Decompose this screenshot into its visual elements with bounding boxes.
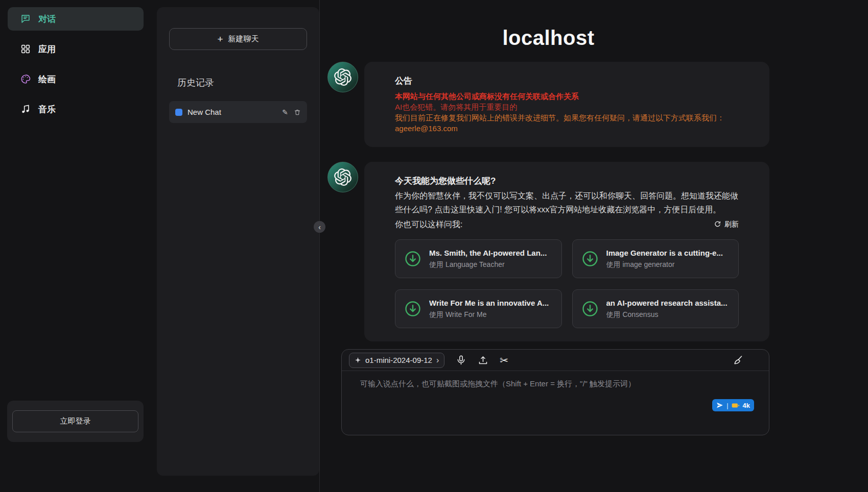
new-chat-label: 新建聊天 [228,34,259,44]
download-circle-icon [581,250,599,268]
welcome-title: 今天我能为您做些什么呢? [395,175,739,187]
music-note-icon [20,104,31,115]
download-circle-icon [581,300,599,318]
message-row: 今天我能为您做些什么呢? 作为你的智慧伙伴，我不仅可以写文案、出点子，还可以和你… [327,162,769,341]
clear-context-button[interactable] [733,355,743,365]
composer: o1-mini-2024-09-12 › ✂ | 4k [341,349,769,435]
prompt-hint: 你也可以这样问我: [395,217,462,231]
apps-grid-icon [20,43,31,55]
history-title: 历史记录 [169,77,307,89]
announcement-card: 公告 本网站与任何其他公司或商标没有任何关联或合作关系 AI也会犯错。请勿将其用… [364,62,769,147]
hint-row: 你也可以这样问我: 刷新 [395,217,739,231]
suggestion-subtitle: 使用 image generator [606,260,723,269]
suggestion-card[interactable]: Image Generator is a cutting-e... 使用 ima… [572,239,739,278]
suggestion-card[interactable]: an AI-powered research assista... 使用 Con… [572,289,739,328]
announcement-title: 公告 [395,75,739,87]
assistant-avatar [327,162,358,192]
sidebar-item-label: 绘画 [38,73,56,85]
welcome-body: 作为你的智慧伙伴，我不仅可以写文案、出点子，还可以和你聊天、回答问题。想知道我还… [395,189,739,216]
suggestion-card[interactable]: Ms. Smith, the AI-powered Lan... 使用 Lang… [395,239,562,278]
new-chat-button[interactable]: + 新建聊天 [169,28,307,50]
suggestion-grid: Ms. Smith, the AI-powered Lan... 使用 Lang… [395,239,739,328]
sidebar-item-label: 音乐 [38,104,56,115]
sidebar-item-music[interactable]: 音乐 [8,97,144,121]
contact-email-link[interactable]: ageerle@163.com [395,123,458,134]
upload-button[interactable] [478,355,488,365]
suggestion-title: Ms. Smith, the AI-powered Lan... [429,249,547,257]
download-circle-icon [404,300,422,318]
message-row: 公告 本网站与任何其他公司或商标没有任何关联或合作关系 AI也会犯错。请勿将其用… [327,62,769,147]
suggestion-title: an AI-powered research assista... [606,299,728,307]
collapse-sidebar-button[interactable]: ‹ [314,221,325,233]
send-plane-icon [716,402,723,409]
login-panel: 立即登录 [7,401,144,442]
openai-logo-icon [334,168,351,186]
sidebar-item-label: 对话 [38,13,56,25]
suggestion-subtitle: 使用 Consensus [606,310,728,319]
microphone-button[interactable] [456,355,466,365]
sparkle-icon [355,357,361,363]
message-input[interactable] [342,371,769,427]
announcement-warning-bold: 本网站与任何其他公司或商标没有任何关联或合作关系 [395,91,739,102]
delete-chat-icon[interactable] [294,109,301,116]
chevron-right-icon: › [436,356,439,364]
token-count-badge: 4k [743,402,750,409]
sidebar-item-apps[interactable]: 应用 [8,37,144,61]
refresh-label: 刷新 [724,220,739,229]
palette-icon [20,73,31,85]
announcement-notice: 我们目前正在修复我们网站上的错误并改进细节。如果您有任何疑问，请通过以下方式联系… [395,112,739,123]
suggestion-text: Image Generator is a cutting-e... 使用 ima… [606,249,723,269]
refresh-icon [714,220,721,228]
chat-list-item[interactable]: New Chat ✎ [169,101,307,123]
sidebar-item-drawing[interactable]: 绘画 [8,67,144,91]
suggestion-text: an AI-powered research assista... 使用 Con… [606,299,728,319]
sidebar-item-chat[interactable]: 对话 [8,7,144,31]
announcement-warning: AI也会犯错。请勿将其用于重要目的 [395,102,739,112]
chat-item-actions: ✎ [282,108,301,116]
model-name: o1-mini-2024-09-12 [365,356,432,364]
download-circle-icon [404,250,422,268]
suggestion-title: Write For Me is an innovative A... [429,299,549,307]
suggestion-text: Write For Me is an innovative A... 使用 Wr… [429,299,549,319]
chat-item-title: New Chat [187,108,277,116]
edit-chat-icon[interactable]: ✎ [282,108,288,116]
sidebar: 对话 应用 绘画 音乐 立即登录 [0,0,151,492]
sidebar-item-label: 应用 [38,43,56,55]
plus-icon: + [217,34,223,44]
suggestion-subtitle: 使用 Language Teacher [429,260,547,269]
model-selector[interactable]: o1-mini-2024-09-12 › [349,353,444,368]
assistant-avatar [327,62,358,92]
chat-bubble-icon [20,13,31,24]
composer-toolbar: o1-mini-2024-09-12 › ✂ [342,350,769,371]
suggestion-title: Image Generator is a cutting-e... [606,249,723,257]
battery-icon [732,402,740,409]
pill-divider: | [726,402,728,409]
refresh-suggestions-button[interactable]: 刷新 [714,220,739,229]
scissors-button[interactable]: ✂ [500,355,508,365]
suggestion-text: Ms. Smith, the AI-powered Lan... 使用 Lang… [429,249,547,269]
main-chat-area: localhost 公告 本网站与任何其他公司或商标没有任何关联或合作关系 AI… [327,0,769,492]
chat-list-panel: + 新建聊天 历史记录 New Chat ✎ [157,7,319,476]
panel-divider [319,0,320,492]
welcome-card: 今天我能为您做些什么呢? 作为你的智慧伙伴，我不仅可以写文案、出点子，还可以和你… [364,162,769,341]
openai-logo-icon [334,68,351,86]
suggestion-card[interactable]: Write For Me is an innovative A... 使用 Wr… [395,289,562,328]
chat-color-dot [175,109,182,116]
login-button[interactable]: 立即登录 [12,410,138,432]
page-title: localhost [327,27,769,50]
send-button[interactable]: | 4k [712,399,754,411]
suggestion-subtitle: 使用 Write For Me [429,310,549,319]
